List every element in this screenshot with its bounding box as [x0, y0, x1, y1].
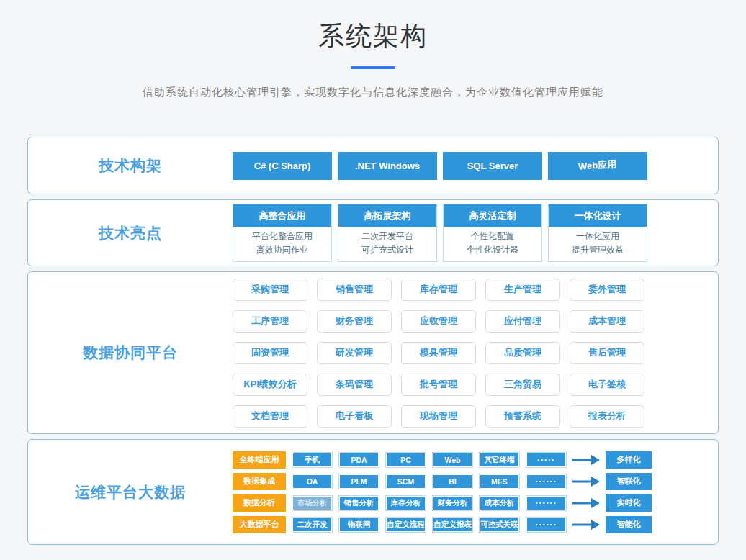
card-line: 可扩充式设计: [338, 243, 436, 257]
section-platform-label: 数据协同平台: [28, 343, 233, 363]
title-underline: [351, 66, 395, 69]
item-button: Web: [432, 452, 473, 468]
ellipsis-button: ·····: [526, 452, 567, 468]
item-button: 自定义报表: [432, 517, 473, 533]
card-title: 高灵活定制: [444, 204, 541, 227]
result-button: 多样化: [606, 451, 652, 469]
arrow-right-icon: [572, 498, 600, 508]
item-button: 市场分析: [292, 495, 333, 511]
item-button: 二次开发: [292, 517, 333, 533]
module-button: 财务管理: [317, 310, 392, 333]
module-button: 研发管理: [317, 342, 392, 364]
item-button: 销售分析: [338, 495, 379, 511]
card-line: 二次开发平台: [338, 230, 436, 243]
tech-stack-buttons: C# (C Sharp) .NET Windows SQL Server Web…: [233, 152, 647, 180]
section-tech-stack: 技术构架 C# (C Sharp) .NET Windows SQL Serve…: [27, 137, 719, 194]
flow-rows: 全终端应用 手机 PDA PC Web 其它终端 ····· 多样化 数据集成 …: [233, 451, 652, 533]
section-highlights: 技术亮点 高整合应用 平台化整合应用 高效协同作业 高拓展架构 二次开发平台 可…: [27, 199, 719, 266]
card-line: 个性化配置: [444, 230, 541, 243]
item-button: OA: [292, 474, 333, 489]
section-bigdata-label: 运维平台大数据: [28, 482, 233, 502]
result-button: 智联化: [606, 473, 652, 490]
card-line: 个性化设计器: [444, 243, 541, 257]
tech-button-dotnet: .NET Windows: [338, 152, 437, 180]
module-button: 工序管理: [233, 310, 307, 333]
module-button: 成本管理: [570, 310, 644, 333]
highlight-card: 高灵活定制 个性化配置 个性化设计器: [443, 204, 542, 262]
flow-row-integration: 数据集成 OA PLM SCM BI MES ······ 智联化: [233, 473, 652, 490]
item-button: 自定义流程: [385, 517, 426, 533]
result-button: 智能化: [606, 516, 652, 533]
card-title: 高整合应用: [233, 204, 331, 227]
item-button: 成本分析: [479, 495, 520, 511]
item-button: 财务分析: [432, 495, 473, 511]
arrow-right-icon: [572, 477, 600, 487]
flow-row-terminals: 全终端应用 手机 PDA PC Web 其它终端 ····· 多样化: [233, 451, 652, 469]
module-button: 电子签核: [570, 374, 644, 396]
item-button: SCM: [385, 474, 426, 489]
module-button: 采购管理: [233, 279, 307, 301]
card-line: 平台化整合应用: [233, 230, 331, 243]
module-button: 预警系统: [485, 405, 560, 428]
card-line: 提升管理效益: [549, 243, 647, 257]
module-button: 委外管理: [570, 279, 644, 301]
card-line: 高效协同作业: [233, 243, 331, 257]
page: 系统架构 借助系统自动化核心管理引擎，实现数字化与信息化深度融合，为企业数值化管…: [0, 0, 746, 560]
card-line: 一体化应用: [549, 230, 647, 243]
card-title: 一体化设计: [549, 204, 647, 227]
module-button: KPI绩效分析: [233, 374, 307, 396]
tech-button-csharp: C# (C Sharp): [233, 152, 332, 180]
item-button: BI: [432, 474, 473, 489]
section-bigdata: 运维平台大数据 全终端应用 手机 PDA PC Web 其它终端 ····· 多…: [27, 439, 719, 545]
module-button: 应收管理: [401, 310, 476, 333]
highlight-card: 一体化设计 一体化应用 提升管理效益: [548, 204, 647, 262]
card-title: 高拓展架构: [338, 204, 436, 227]
section-highlights-label: 技术亮点: [28, 223, 233, 243]
page-header: 系统架构 借助系统自动化核心管理引擎，实现数字化与信息化深度融合，为企业数值化管…: [27, 0, 719, 99]
module-button: 售后管理: [570, 342, 644, 364]
item-button: 手机: [292, 452, 333, 468]
category-label: 全终端应用: [233, 451, 286, 469]
ellipsis-button: ······: [526, 495, 567, 511]
module-button: 生产管理: [485, 279, 560, 301]
highlight-card: 高整合应用 平台化整合应用 高效协同作业: [233, 204, 332, 262]
page-title: 系统架构: [27, 19, 719, 54]
item-button: PC: [385, 452, 426, 468]
result-button: 实时化: [606, 494, 652, 512]
module-button: 文档管理: [233, 405, 307, 428]
item-button: 库存分析: [385, 495, 426, 511]
ellipsis-button: ······: [526, 517, 567, 533]
item-button: PLM: [338, 474, 379, 489]
module-button: 三角贸易: [485, 374, 560, 396]
category-label: 数据分析: [233, 494, 286, 512]
tech-button-sqlserver: SQL Server: [443, 152, 542, 180]
module-button: 电子看板: [317, 405, 392, 428]
module-button: 模具管理: [401, 342, 476, 364]
arrow-right-icon: [572, 455, 600, 465]
page-subtitle: 借助系统自动化核心管理引擎，实现数字化与信息化深度融合，为企业数值化管理应用赋能: [27, 86, 719, 99]
item-button: 物联网: [338, 517, 379, 533]
section-platform: 数据协同平台 采购管理 销售管理 库存管理 生产管理 委外管理 工序管理 财务管…: [27, 271, 719, 434]
highlight-card: 高拓展架构 二次开发平台 可扩充式设计: [338, 204, 437, 262]
highlight-cards: 高整合应用 平台化整合应用 高效协同作业 高拓展架构 二次开发平台 可扩充式设计…: [233, 204, 647, 262]
module-button: 品质管理: [485, 342, 560, 364]
item-button: MES: [479, 474, 520, 489]
module-button: 库存管理: [401, 279, 476, 301]
module-button: 固资管理: [233, 342, 307, 364]
item-button: 可控式关联: [479, 517, 520, 533]
item-button: 其它终端: [479, 452, 520, 468]
module-button: 销售管理: [317, 279, 392, 301]
module-button: 报表分析: [570, 405, 644, 428]
arrow-right-icon: [572, 520, 600, 530]
item-button: PDA: [338, 452, 379, 468]
category-label: 大数据平台: [233, 516, 286, 533]
module-button: 现场管理: [401, 405, 476, 428]
ellipsis-button: ······: [526, 474, 567, 489]
category-label: 数据集成: [233, 473, 286, 490]
module-button: 条码管理: [317, 374, 392, 396]
section-tech-stack-label: 技术构架: [28, 155, 233, 176]
tech-button-web: Web应用: [548, 152, 647, 180]
module-grid: 采购管理 销售管理 库存管理 生产管理 委外管理 工序管理 财务管理 应收管理 …: [233, 279, 644, 428]
module-button: 批号管理: [401, 374, 476, 396]
module-button: 应付管理: [485, 310, 560, 333]
